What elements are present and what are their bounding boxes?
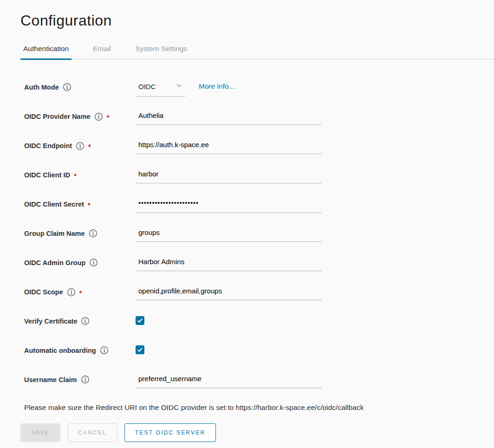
test-oidc-server-button[interactable]: TEST OIDC SERVER	[124, 423, 216, 442]
field-row-auth-mode: Auth Mode OIDCMore info...	[24, 82, 494, 101]
required-asterisk: *	[88, 200, 91, 209]
automatic-onboarding-checkbox[interactable]	[136, 345, 144, 354]
field-label: OIDC Client ID	[24, 171, 70, 179]
oidc-client-secret-input[interactable]	[136, 199, 322, 213]
field-label: Automatic onboarding	[24, 347, 96, 354]
more-info-link[interactable]: More info...	[199, 82, 235, 91]
field-row-oidc-scope: OIDC Scope *	[24, 286, 494, 305]
info-icon[interactable]	[81, 317, 90, 325]
field-label: Group Claim Name	[24, 230, 85, 237]
field-label-cell: Group Claim Name	[24, 228, 136, 238]
field-row-oidc-client-secret: OIDC Client Secret *	[24, 199, 494, 218]
field-control-cell	[136, 374, 322, 388]
field-label-cell: Automatic onboarding	[24, 345, 136, 355]
cancel-button[interactable]: CANCEL	[68, 423, 117, 442]
field-row-username-claim: Username Claim	[24, 374, 494, 393]
info-icon[interactable]	[63, 83, 72, 91]
auth-mode-select-value: OIDC	[138, 83, 156, 91]
field-row-oidc-provider-name: OIDC Provider Name *	[24, 111, 494, 130]
field-label-cell: Verify Certificate	[24, 316, 136, 325]
field-label: OIDC Admin Group	[24, 259, 85, 266]
field-row-oidc-admin-group: OIDC Admin Group	[24, 257, 494, 276]
field-label: Username Claim	[24, 376, 77, 383]
tab-email[interactable]: Email	[90, 42, 114, 59]
required-asterisk: *	[88, 141, 91, 150]
field-control-cell: OIDCMore info...	[136, 82, 235, 97]
auth-mode-select[interactable]: OIDC	[136, 82, 185, 97]
tab-bar: Authentication Email System Settings	[20, 42, 494, 59]
field-row-group-claim-name: Group Claim Name	[24, 228, 494, 247]
field-label-cell: OIDC Client ID *	[24, 169, 136, 180]
field-control-cell	[136, 111, 322, 125]
info-icon[interactable]	[76, 142, 84, 150]
save-button[interactable]: SAVE	[20, 423, 60, 442]
info-icon[interactable]	[81, 375, 90, 384]
chevron-down-icon	[176, 82, 182, 91]
field-row-oidc-client-id: OIDC Client ID *	[24, 169, 494, 188]
info-icon[interactable]	[89, 229, 98, 238]
field-label-cell: OIDC Client Secret *	[24, 199, 136, 209]
required-asterisk: *	[79, 287, 82, 297]
field-label: Auth Mode	[24, 84, 59, 91]
oidc-scope-input[interactable]	[136, 286, 322, 300]
field-row-oidc-endpoint: OIDC Endpoint *	[24, 140, 494, 159]
required-asterisk: *	[107, 112, 110, 121]
oidc-endpoint-input[interactable]	[136, 140, 322, 154]
oidc-provider-name-input[interactable]	[136, 111, 322, 125]
required-asterisk: *	[74, 170, 77, 180]
auth-settings-form: Auth Mode OIDCMore info... OIDC Provider…	[20, 59, 494, 393]
tab-system-settings[interactable]: System Settings	[132, 42, 190, 59]
field-label-cell: Username Claim	[24, 374, 136, 384]
field-label-cell: Auth Mode	[24, 82, 136, 91]
info-icon[interactable]	[67, 288, 76, 297]
field-label: OIDC Provider Name	[24, 113, 91, 120]
tab-authentication[interactable]: Authentication	[20, 42, 72, 59]
verify-certificate-checkbox[interactable]	[136, 316, 144, 325]
redirect-uri-note: Please make sure the Redirect URI on the…	[24, 403, 494, 412]
field-control-cell	[136, 286, 322, 300]
field-control-cell	[136, 140, 322, 154]
field-row-automatic-onboarding: Automatic onboarding	[24, 345, 494, 364]
info-icon[interactable]	[94, 112, 103, 121]
configuration-page: Configuration Authentication Email Syste…	[0, 0, 494, 442]
field-row-verify-certificate: Verify Certificate	[24, 316, 494, 335]
field-control-cell	[136, 316, 144, 325]
field-label-cell: OIDC Endpoint *	[24, 140, 136, 150]
username-claim-input[interactable]	[136, 374, 322, 388]
action-buttons: SAVE CANCEL TEST OIDC SERVER	[20, 423, 494, 442]
field-label: Verify Certificate	[24, 318, 77, 325]
field-control-cell	[136, 257, 322, 271]
info-icon[interactable]	[89, 258, 98, 267]
info-icon[interactable]	[100, 346, 109, 355]
field-label-cell: OIDC Scope *	[24, 286, 136, 297]
oidc-client-id-input[interactable]	[136, 169, 322, 183]
field-label-cell: OIDC Provider Name *	[24, 111, 136, 121]
page-title: Configuration	[20, 12, 494, 29]
field-control-cell	[136, 345, 144, 354]
field-label: OIDC Client Secret	[24, 201, 84, 208]
field-label: OIDC Scope	[24, 288, 63, 296]
field-control-cell	[136, 199, 322, 213]
field-control-cell	[136, 169, 322, 183]
group-claim-name-input[interactable]	[136, 228, 322, 242]
field-control-cell	[136, 228, 322, 242]
oidc-admin-group-input[interactable]	[136, 257, 322, 271]
field-label-cell: OIDC Admin Group	[24, 257, 136, 267]
field-label: OIDC Endpoint	[24, 142, 72, 149]
